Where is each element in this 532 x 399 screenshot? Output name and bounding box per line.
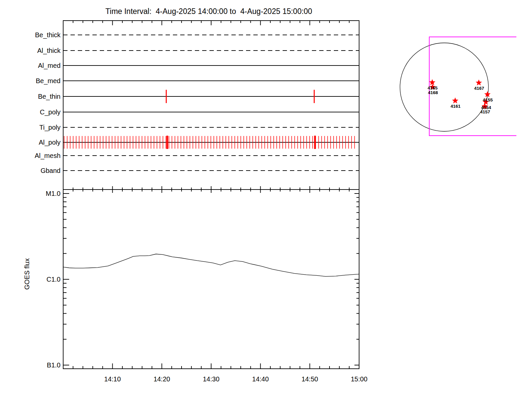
active-region-label: 4161 (451, 104, 461, 109)
goes-xtick-label: 14:10 (104, 375, 121, 383)
figure-svg: Time Interval: 4-Aug-2025 14:00:00 to 4-… (0, 0, 532, 399)
goes-ylabel: GOES flux (23, 258, 31, 290)
goes-xtick-label: 15:00 (351, 375, 367, 383)
filter-panel-frame (63, 21, 359, 190)
goes-ytick-label: B1.0 (47, 361, 61, 369)
filter-label: Be_thin (38, 93, 61, 100)
goes-xtick-label: 14:40 (252, 375, 269, 383)
active-region-star (429, 79, 436, 85)
filter-row-Al_poly: Al_poly (39, 136, 359, 149)
sun-map: 4165416841674155415441574161 (400, 37, 516, 136)
goes-xtick-label: 14:50 (302, 375, 318, 383)
filter-row-Be_med: Be_med (36, 77, 359, 85)
goes-panel-frame (63, 190, 359, 369)
goes-flux-panel: M1.0C1.0B1.0GOES flux14:1014:2014:3014:4… (23, 190, 367, 383)
filter-label: Be_thick (35, 31, 61, 39)
filter-row-Ti_poly: Ti_poly (39, 124, 359, 131)
filter-label: C_poly (40, 108, 61, 116)
filter-row-Al_med: Al_med (38, 62, 359, 69)
filter-label: Ti_poly (39, 124, 61, 131)
figure-title: Time Interval: 4-Aug-2025 14:00:00 to 4-… (105, 7, 312, 16)
filter-row-Al_mesh: Al_mesh (35, 152, 359, 160)
goes-ytick-label: C1.0 (47, 276, 61, 283)
filter-label: Al_med (38, 62, 61, 69)
active-region-label: 4155 (483, 97, 493, 102)
filter-row-Be_thin: Be_thin (38, 90, 359, 103)
goes-ytick-label: M1.0 (46, 190, 61, 197)
filter-label: Gband (41, 167, 61, 174)
active-region-label: 4165 (428, 85, 438, 90)
filter-label: Be_med (36, 77, 61, 85)
filter-label: Al_poly (39, 139, 61, 146)
active-region-label: 4157 (480, 109, 490, 114)
goes-xtick-label: 14:30 (203, 375, 219, 383)
active-region-star (476, 79, 482, 85)
goes-flux-curve (63, 254, 359, 276)
filter-row-Gband: Gband (41, 167, 359, 174)
filter-timeline-panel: Be_thickAl_thickAl_medBe_medBe_thinC_pol… (35, 21, 359, 193)
active-region-label: 4168 (428, 90, 438, 95)
filter-label: Al_mesh (35, 152, 61, 160)
goes-xtick-label: 14:20 (154, 375, 170, 383)
filter-label: Al_thick (37, 47, 61, 55)
filter-row-Al_thick: Al_thick (37, 47, 359, 55)
filter-row-Be_thick: Be_thick (35, 31, 359, 39)
filter-row-C_poly: C_poly (40, 108, 359, 116)
solar-observation-figure: Time Interval: 4-Aug-2025 14:00:00 to 4-… (0, 0, 532, 399)
active-region-star (452, 97, 459, 103)
active-region-label: 4167 (474, 86, 484, 91)
